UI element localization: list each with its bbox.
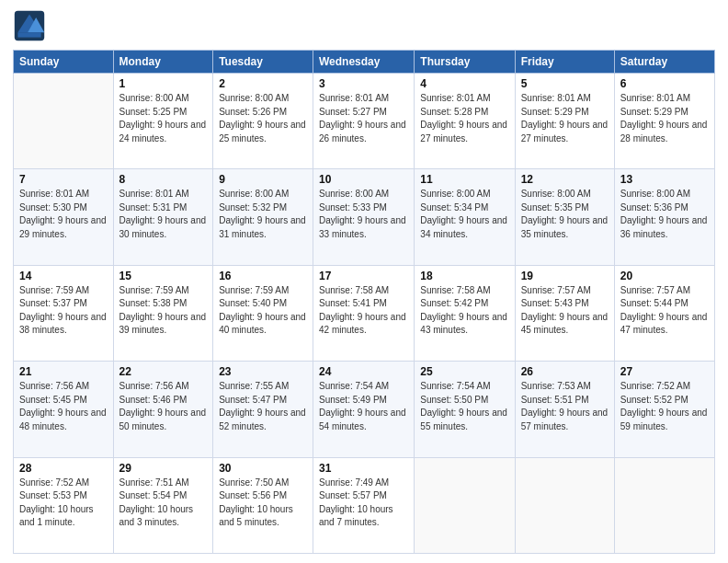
calendar-cell: 22 Sunrise: 7:56 AMSunset: 5:46 PMDaylig… [113,362,213,457]
day-number: 4 [420,77,508,90]
day-number: 16 [219,270,307,282]
day-number: 2 [219,77,307,90]
day-info: Sunrise: 8:00 AMSunset: 5:34 PMDaylight:… [420,189,507,239]
header-day-thursday: Thursday [415,51,515,74]
day-info: Sunrise: 8:00 AMSunset: 5:26 PMDaylight:… [219,93,306,144]
day-number: 22 [119,365,208,378]
day-number: 29 [119,462,208,475]
calendar-cell: 24 Sunrise: 7:54 AMSunset: 5:49 PMDaylig… [313,362,415,457]
calendar-cell: 7 Sunrise: 8:01 AMSunset: 5:30 PMDayligh… [14,169,114,265]
calendar-cell: 16 Sunrise: 7:59 AMSunset: 5:40 PMDaylig… [213,265,313,361]
week-row-2: 14 Sunrise: 7:59 AMSunset: 5:37 PMDaylig… [14,265,715,361]
day-number: 9 [219,173,307,186]
day-number: 26 [521,365,609,378]
day-info: Sunrise: 7:51 AMSunset: 5:54 PMDaylight:… [119,477,194,528]
day-number: 8 [119,173,208,186]
calendar-cell: 10 Sunrise: 8:00 AMSunset: 5:33 PMDaylig… [313,169,415,265]
calendar-cell: 17 Sunrise: 7:58 AMSunset: 5:41 PMDaylig… [313,265,415,361]
day-info: Sunrise: 8:01 AMSunset: 5:28 PMDaylight:… [420,93,507,144]
calendar-cell: 1 Sunrise: 8:00 AMSunset: 5:25 PMDayligh… [113,74,213,169]
header-day-friday: Friday [515,51,614,74]
calendar-cell [515,457,614,553]
day-number: 25 [420,365,508,378]
day-number: 20 [620,270,709,282]
calendar-cell [14,74,114,169]
day-info: Sunrise: 7:49 AMSunset: 5:57 PMDaylight:… [319,477,393,528]
day-number: 7 [19,173,108,186]
calendar-cell: 9 Sunrise: 8:00 AMSunset: 5:32 PMDayligh… [213,169,313,265]
day-info: Sunrise: 7:58 AMSunset: 5:42 PMDaylight:… [420,285,507,336]
week-row-4: 28 Sunrise: 7:52 AMSunset: 5:53 PMDaylig… [14,457,715,553]
day-info: Sunrise: 7:52 AMSunset: 5:52 PMDaylight:… [620,381,708,431]
calendar-cell: 18 Sunrise: 7:58 AMSunset: 5:42 PMDaylig… [415,265,515,361]
calendar-cell: 12 Sunrise: 8:00 AMSunset: 5:35 PMDaylig… [515,169,614,265]
calendar-cell: 15 Sunrise: 7:59 AMSunset: 5:38 PMDaylig… [113,265,213,361]
day-number: 31 [319,462,408,475]
calendar-cell: 3 Sunrise: 8:01 AMSunset: 5:27 PMDayligh… [313,74,415,169]
day-number: 24 [319,365,408,378]
calendar-cell: 4 Sunrise: 8:01 AMSunset: 5:28 PMDayligh… [415,74,515,169]
calendar-cell: 13 Sunrise: 8:00 AMSunset: 5:36 PMDaylig… [614,169,714,265]
day-number: 11 [420,173,508,186]
day-info: Sunrise: 7:53 AMSunset: 5:51 PMDaylight:… [521,381,609,431]
day-info: Sunrise: 8:00 AMSunset: 5:35 PMDaylight:… [521,189,609,239]
calendar-cell [614,457,714,553]
day-number: 5 [521,77,609,90]
day-number: 3 [319,77,408,90]
day-number: 27 [620,365,709,378]
header [13,9,715,42]
calendar-cell: 31 Sunrise: 7:49 AMSunset: 5:57 PMDaylig… [313,457,415,553]
day-info: Sunrise: 7:58 AMSunset: 5:41 PMDaylight:… [319,285,406,336]
calendar-cell: 5 Sunrise: 8:01 AMSunset: 5:29 PMDayligh… [515,74,614,169]
day-number: 30 [219,462,307,475]
calendar-cell [415,457,515,553]
day-info: Sunrise: 7:59 AMSunset: 5:40 PMDaylight:… [219,285,306,336]
calendar-cell: 29 Sunrise: 7:51 AMSunset: 5:54 PMDaylig… [113,457,213,553]
calendar-cell: 11 Sunrise: 8:00 AMSunset: 5:34 PMDaylig… [415,169,515,265]
calendar-cell: 8 Sunrise: 8:01 AMSunset: 5:31 PMDayligh… [113,169,213,265]
day-info: Sunrise: 8:01 AMSunset: 5:31 PMDaylight:… [119,189,207,239]
page: SundayMondayTuesdayWednesdayThursdayFrid… [0,0,728,563]
day-number: 17 [319,270,408,282]
calendar-cell: 14 Sunrise: 7:59 AMSunset: 5:37 PMDaylig… [14,265,114,361]
day-info: Sunrise: 7:59 AMSunset: 5:37 PMDaylight:… [19,285,107,336]
calendar-cell: 30 Sunrise: 7:50 AMSunset: 5:56 PMDaylig… [213,457,313,553]
day-number: 23 [219,365,307,378]
day-info: Sunrise: 7:57 AMSunset: 5:43 PMDaylight:… [521,285,609,336]
day-info: Sunrise: 8:01 AMSunset: 5:30 PMDaylight:… [19,189,107,239]
day-info: Sunrise: 8:00 AMSunset: 5:33 PMDaylight:… [319,189,406,239]
calendar-cell: 2 Sunrise: 8:00 AMSunset: 5:26 PMDayligh… [213,74,313,169]
day-info: Sunrise: 8:01 AMSunset: 5:29 PMDaylight:… [521,93,609,144]
day-number: 28 [19,462,108,475]
day-info: Sunrise: 8:01 AMSunset: 5:27 PMDaylight:… [319,93,406,144]
day-number: 6 [620,77,709,90]
day-info: Sunrise: 7:54 AMSunset: 5:50 PMDaylight:… [420,381,507,431]
day-number: 12 [521,173,609,186]
day-info: Sunrise: 8:00 AMSunset: 5:36 PMDaylight:… [620,189,708,239]
week-row-1: 7 Sunrise: 8:01 AMSunset: 5:30 PMDayligh… [14,169,715,265]
calendar-cell: 28 Sunrise: 7:52 AMSunset: 5:53 PMDaylig… [14,457,114,553]
calendar-cell: 20 Sunrise: 7:57 AMSunset: 5:44 PMDaylig… [614,265,714,361]
day-info: Sunrise: 8:00 AMSunset: 5:25 PMDaylight:… [119,93,207,144]
calendar-cell: 27 Sunrise: 7:52 AMSunset: 5:52 PMDaylig… [614,362,714,457]
day-info: Sunrise: 8:01 AMSunset: 5:29 PMDaylight:… [620,93,708,144]
header-day-saturday: Saturday [614,51,714,74]
logo-icon [13,9,46,42]
header-day-sunday: Sunday [14,51,114,74]
day-number: 13 [620,173,709,186]
day-info: Sunrise: 7:50 AMSunset: 5:56 PMDaylight:… [219,477,293,528]
calendar-cell: 21 Sunrise: 7:56 AMSunset: 5:45 PMDaylig… [14,362,114,457]
day-info: Sunrise: 7:55 AMSunset: 5:47 PMDaylight:… [219,381,306,431]
day-info: Sunrise: 7:56 AMSunset: 5:46 PMDaylight:… [119,381,207,431]
calendar-cell: 6 Sunrise: 8:01 AMSunset: 5:29 PMDayligh… [614,74,714,169]
day-info: Sunrise: 7:57 AMSunset: 5:44 PMDaylight:… [620,285,708,336]
week-row-3: 21 Sunrise: 7:56 AMSunset: 5:45 PMDaylig… [14,362,715,457]
day-number: 21 [19,365,108,378]
day-number: 19 [521,270,609,282]
logo [13,9,50,42]
header-day-monday: Monday [113,51,213,74]
day-number: 10 [319,173,408,186]
svg-rect-3 [17,32,40,37]
calendar-cell: 25 Sunrise: 7:54 AMSunset: 5:50 PMDaylig… [415,362,515,457]
week-row-0: 1 Sunrise: 8:00 AMSunset: 5:25 PMDayligh… [14,74,715,169]
